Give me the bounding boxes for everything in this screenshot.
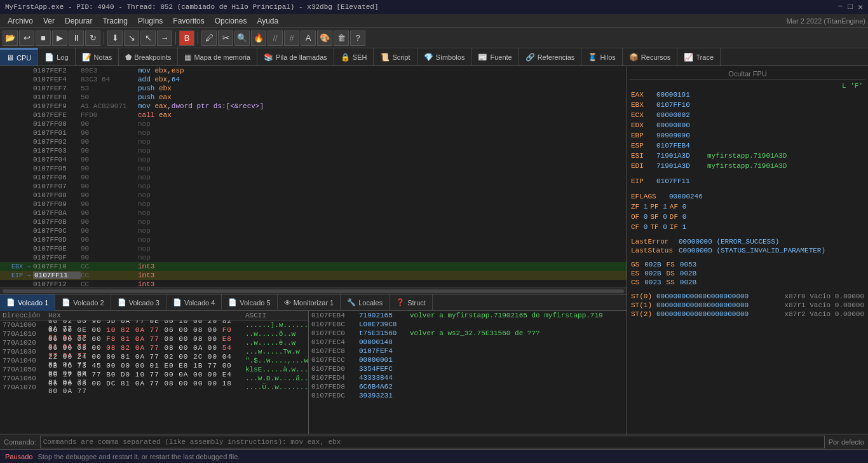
tab-volcado1[interactable]: 📄 Volcado 1 <box>0 294 55 311</box>
reg-val-ecx[interactable]: 00000002 <box>656 111 707 119</box>
disasm-row[interactable]: 0107FF0A90nop <box>0 209 627 218</box>
toolbar-stepinto[interactable]: ⬇ <box>107 31 123 46</box>
disasm-row[interactable]: 0107FF0890nop <box>0 191 627 200</box>
disasm-row[interactable]: 0107FEF4 83C3 64 add ebx,64 <box>0 75 627 84</box>
flag-df[interactable]: DF 0 <box>670 213 686 221</box>
seg-ss-val[interactable]: 002B <box>680 279 696 286</box>
seg-fs-val[interactable]: 0053 <box>680 261 696 268</box>
menu-tracing[interactable]: Tracing <box>97 15 133 27</box>
disasm-row[interactable]: 0107FF0B90nop <box>0 218 627 226</box>
st0-val[interactable]: 0000000000000000000000 <box>656 293 785 300</box>
stack-row[interactable]: 0107FEB4 71902165 volver a myfirstapp.71… <box>309 311 627 320</box>
tab-locales[interactable]: 🔧 Locales <box>341 294 390 311</box>
toolbar-restart[interactable]: ↻ <box>85 31 100 46</box>
laststatus-val[interactable]: C000000D (STATUS_INVALID_PARAMETER) <box>679 247 864 254</box>
disasm-row[interactable]: 0107FF0190nop <box>0 128 627 137</box>
toolbar-open[interactable]: 📂 <box>3 31 18 46</box>
reg-val-esi[interactable]: 71901A3D <box>656 152 707 160</box>
disasm-row[interactable]: 0107FF0590nop <box>0 164 627 173</box>
disasm-row[interactable]: 0107FF0E90nop <box>0 244 627 253</box>
tab-script[interactable]: 📜 Script <box>374 48 417 66</box>
stack-row[interactable]: 0107FEBC L00E739C8 <box>309 320 627 329</box>
toolbar-play[interactable]: ▶ <box>52 31 67 46</box>
toolbar-help[interactable]: ? <box>350 31 365 46</box>
menu-ver[interactable]: Ver <box>38 15 60 27</box>
disasm-row[interactable]: 0107FF0D90nop <box>0 235 627 244</box>
stack-row[interactable]: 0107FED0 3354FEFC <box>309 364 627 373</box>
stack-rows[interactable]: 0107FEB4 71902165 volver a myfirstapp.71… <box>309 311 627 434</box>
tab-recursos[interactable]: 📦 Recursos <box>623 48 677 66</box>
tab-volcado3[interactable]: 📄 Volcado 3 <box>111 294 166 311</box>
tab-simbolos[interactable]: 💎 Símbolos <box>417 48 472 66</box>
disasm-row[interactable]: 0107FEFE FFD0 call eax <box>0 111 627 120</box>
tab-referencias[interactable]: 🔗 Referencias <box>519 48 582 66</box>
stack-row[interactable]: 0107FED4 43333844 <box>309 373 627 382</box>
tab-seh[interactable]: 🔒 SEH <box>334 48 374 66</box>
tab-monitorizar[interactable]: 👁 Monitorizar 1 <box>278 294 341 311</box>
disasm-row[interactable]: 0107FF12CCint3 <box>0 280 627 287</box>
reg-val-ebx[interactable]: 0107FF10 <box>656 101 707 109</box>
st2-val[interactable]: 0000000000000000000000 <box>656 310 785 318</box>
toolbar-stepout[interactable]: ↖ <box>140 31 156 46</box>
disasm-row[interactable]: 0107FEF2 89E3 mov ebx,esp <box>0 66 627 75</box>
toolbar-patch[interactable]: ✂ <box>218 31 233 46</box>
tab-trace[interactable]: 📈 Trace <box>677 48 721 66</box>
stack-row[interactable]: 0107FEC4 00000148 <box>309 338 627 347</box>
toolbar-highlight[interactable]: 🖊 <box>201 31 217 46</box>
st1-val[interactable]: 0000000000000000000000 <box>656 301 785 309</box>
toolbar-runto[interactable]: → <box>157 31 172 46</box>
disasm-row[interactable]: 0107FF0F90nop <box>0 253 627 262</box>
tab-pila[interactable]: 📚 Pila de llamadas <box>257 48 334 66</box>
flag-zf[interactable]: ZF 1 <box>631 203 648 211</box>
toolbar-fire[interactable]: 🔥 <box>251 31 266 46</box>
disasm-row[interactable]: 0107FF0490nop <box>0 155 627 164</box>
disasm-row[interactable]: 0107FF0790nop <box>0 182 627 191</box>
tab-struct[interactable]: ❓ Struct <box>390 294 433 311</box>
tab-volcado5[interactable]: 📄 Volcado 5 <box>222 294 277 311</box>
tab-volcado2[interactable]: 📄 Volcado 2 <box>55 294 111 311</box>
dump-rows[interactable]: 770A1000 00 02 00 90 5D 0A 77 0E 00 10 0… <box>0 321 308 434</box>
flag-cf[interactable]: CF 0 <box>631 223 648 231</box>
stack-row[interactable]: 0107FECC 00000001 <box>309 356 627 364</box>
toolbar-bp[interactable]: B <box>179 31 194 46</box>
toolbar-search[interactable]: 🔍 <box>234 31 250 46</box>
seg-cs-val[interactable]: 0023 <box>644 279 661 286</box>
title-controls[interactable]: − □ ✕ <box>838 2 863 12</box>
menu-ayuda[interactable]: Ayuda <box>252 15 283 27</box>
command-input[interactable] <box>40 436 825 448</box>
flag-pf[interactable]: PF 1 <box>650 203 667 211</box>
tab-notas[interactable]: 📝 Notas <box>76 48 119 66</box>
disasm-row[interactable]: 0107FF0990nop <box>0 200 627 209</box>
minimize-button[interactable]: − <box>838 2 843 12</box>
reg-val-edi[interactable]: 71901A3D <box>656 162 707 170</box>
toolbar-pause[interactable]: ⏸ <box>69 31 84 46</box>
reg-val-esp[interactable]: 0107FEB4 <box>656 142 707 149</box>
menu-opciones[interactable]: Opciones <box>210 15 252 27</box>
tab-breakpoints[interactable]: ⬟ Breakpoints <box>119 48 178 66</box>
tab-mapa[interactable]: ▦ Mapa de memoria <box>178 48 257 66</box>
menu-favoritos[interactable]: Favoritos <box>168 15 209 27</box>
disasm-row[interactable]: 0107FF0290nop <box>0 137 627 146</box>
flag-of[interactable]: OF 0 <box>631 213 648 221</box>
menu-archivo[interactable]: Archivo <box>3 15 38 27</box>
reg-val-edx[interactable]: 00000000 <box>656 121 707 129</box>
stack-row[interactable]: 0107FEDC 39393231 <box>309 391 627 400</box>
seg-gs-val[interactable]: 002B <box>644 261 661 268</box>
toolbar-delete[interactable]: 🗑 <box>334 31 349 46</box>
flag-af[interactable]: AF 0 <box>670 203 686 211</box>
flag-tf[interactable]: TF 0 <box>650 223 667 231</box>
disasm-row[interactable]: 0107FF0C90nop <box>0 226 627 235</box>
toolbar-asm[interactable]: // <box>268 31 283 46</box>
maximize-button[interactable]: □ <box>848 2 853 12</box>
dump-row[interactable]: 770A1070 06 00 08 00 DC 81 0A 77 08 00 0… <box>0 383 308 392</box>
reg-val-eflags[interactable]: 00000246 <box>669 193 720 200</box>
seg-es-val[interactable]: 002B <box>644 270 661 277</box>
menu-depurar[interactable]: Depurar <box>60 15 97 27</box>
seg-ds-val[interactable]: 002B <box>680 270 696 277</box>
fpu-header[interactable]: Ocultar FPU <box>630 69 865 79</box>
tab-cpu[interactable]: 🖥 CPU <box>0 48 38 66</box>
disasm-row[interactable]: 0107FEF7 53 push ebx <box>0 84 627 93</box>
toolbar-hash[interactable]: # <box>284 31 299 46</box>
toolbar-stop[interactable]: ■ <box>36 31 51 46</box>
lasterr-val[interactable]: 00000000 (ERROR_SUCCESS) <box>679 238 864 245</box>
